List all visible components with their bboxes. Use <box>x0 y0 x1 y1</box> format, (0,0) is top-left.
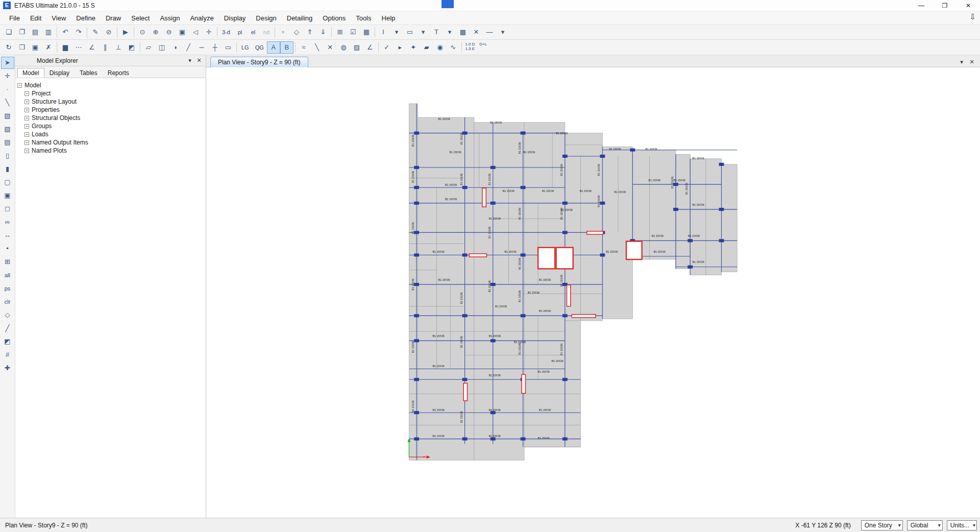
invert-selection-button[interactable]: ◩ <box>1 335 14 348</box>
panel-close-icon[interactable]: ✕ <box>194 57 204 64</box>
slab-panel[interactable] <box>418 117 474 460</box>
three-d-view-button[interactable]: 3-d <box>219 26 233 38</box>
tree-item-structural-objects[interactable]: +Structural Objects <box>17 114 204 122</box>
coordinate-system-select[interactable]: Global ▾ <box>907 520 943 530</box>
angle-button[interactable]: ∠ <box>363 41 377 54</box>
check-model-button[interactable]: ✓ <box>380 41 394 54</box>
local-grid-button[interactable]: LG <box>238 41 252 54</box>
column-marker[interactable] <box>688 239 693 242</box>
wall-opening[interactable] <box>567 285 570 306</box>
select-by-polygon-button[interactable]: ◇ <box>1 309 14 321</box>
menu-design[interactable]: Design <box>251 12 281 24</box>
draw-floor-button[interactable]: ▢ <box>1 176 14 188</box>
slideshow-button[interactable]: ✎ <box>89 26 102 38</box>
wall-opening[interactable] <box>556 248 573 269</box>
divide-frame-button[interactable]: ╱ <box>182 41 195 54</box>
column-marker[interactable] <box>600 155 605 158</box>
draw-links-button[interactable]: ∞ <box>1 216 14 228</box>
column-marker[interactable] <box>521 132 526 135</box>
column-marker[interactable] <box>562 155 568 158</box>
column-marker[interactable] <box>491 283 496 286</box>
draw-dimension-button[interactable]: ↔ <box>1 229 14 241</box>
column-marker[interactable] <box>414 166 419 169</box>
tree-item-loads[interactable]: +Loads <box>17 130 204 138</box>
refresh-view-button[interactable]: ↻ <box>2 41 15 54</box>
column-marker[interactable] <box>673 208 678 211</box>
column-marker[interactable] <box>630 149 635 152</box>
expand-icon[interactable]: + <box>24 140 29 145</box>
tree-item-properties[interactable]: +Properties <box>17 106 204 114</box>
column-marker[interactable] <box>414 378 419 381</box>
tree-item-named-output-items[interactable]: +Named Output Items <box>17 138 204 147</box>
area-section-button[interactable]: ▭ <box>403 26 416 38</box>
column-marker[interactable] <box>562 314 568 317</box>
intersect-button[interactable]: ┼ <box>208 41 222 54</box>
column-marker[interactable] <box>521 314 526 317</box>
undo-button[interactable]: ↶ <box>59 26 72 38</box>
collapse-icon[interactable]: − <box>17 83 22 88</box>
select-by-line-button[interactable]: ╱ <box>1 322 14 334</box>
wall-opening[interactable] <box>538 248 555 269</box>
tab-display[interactable]: Display <box>44 68 75 78</box>
mesh-area-button[interactable]: ▭ <box>222 41 235 54</box>
menu-file[interactable]: File <box>4 12 25 24</box>
merge-joints-button[interactable]: ⋯ <box>72 41 85 54</box>
rubber-band-zoom-button[interactable]: ⊙ <box>136 26 149 38</box>
draw-wall-button[interactable]: ▯ <box>1 150 14 162</box>
move-up-story-button[interactable]: ⇑ <box>303 26 316 38</box>
quick-draw-frame-button[interactable]: ▨ <box>1 110 14 122</box>
redo-button[interactable]: ↷ <box>72 26 85 38</box>
select-all-button[interactable]: all <box>1 269 14 281</box>
wave-display-button[interactable]: ≈ <box>297 41 310 54</box>
hinge-button[interactable]: ◉ <box>433 41 447 54</box>
show-chart-button[interactable]: ▆ <box>59 41 72 54</box>
quick-grid-button[interactable]: QG <box>252 41 267 54</box>
tab-tables[interactable]: Tables <box>75 68 103 78</box>
column-marker[interactable] <box>414 202 419 205</box>
more-tools-dropdown[interactable]: ▾ <box>496 26 509 38</box>
perspective-toggle-button[interactable]: ◇ <box>290 26 303 38</box>
column-marker[interactable] <box>673 183 678 186</box>
tree-item-groups[interactable]: +Groups <box>17 122 204 130</box>
previous-zoom-button[interactable]: ◁ <box>189 26 202 38</box>
spline-button[interactable]: ∿ <box>447 41 460 54</box>
menu-draw[interactable]: Draw <box>101 12 126 24</box>
column-marker[interactable] <box>462 438 468 441</box>
story-mode-select[interactable]: One Story ▾ <box>861 520 903 530</box>
restore-full-view-button[interactable]: ▣ <box>176 26 189 38</box>
wall-opening[interactable] <box>626 241 642 260</box>
column-marker[interactable] <box>562 438 568 441</box>
column-marker[interactable] <box>491 202 496 205</box>
edit-grid-button[interactable]: ⊞ <box>333 26 347 38</box>
menu-define[interactable]: Define <box>71 12 101 24</box>
quick-draw-braces-button[interactable]: ▧ <box>1 123 14 135</box>
column-marker[interactable] <box>491 438 496 441</box>
close-button[interactable]: ✕ <box>957 0 980 11</box>
zoom-out-button[interactable]: ⊖ <box>162 26 176 38</box>
delete-button[interactable]: ✗ <box>42 41 55 54</box>
column-marker[interactable] <box>719 239 724 242</box>
previous-selection-button[interactable]: ps <box>1 282 14 295</box>
copy-button[interactable]: ❒ <box>15 41 29 54</box>
tendon-section-dropdown[interactable]: ▾ <box>443 26 456 38</box>
object-shrink-toggle[interactable]: ▫ <box>277 26 290 38</box>
paste-button[interactable]: ▣ <box>29 41 42 54</box>
hatch-button[interactable]: ▨ <box>350 41 363 54</box>
print-button[interactable]: ▥ <box>42 26 55 38</box>
expand-icon[interactable]: + <box>24 132 29 137</box>
perpendicular-snap-button[interactable]: ⊥ <box>112 41 125 54</box>
column-marker[interactable] <box>462 378 468 381</box>
column-marker[interactable] <box>600 253 605 256</box>
join-frame-button[interactable]: ─ <box>195 41 208 54</box>
column-marker[interactable] <box>562 202 568 205</box>
column-marker[interactable] <box>462 314 468 317</box>
wall-opening[interactable] <box>522 374 525 393</box>
display-options-button[interactable]: ☑ <box>347 26 360 38</box>
expand-icon[interactable]: + <box>24 108 29 112</box>
draw-frame-button[interactable]: ╲ <box>1 96 14 109</box>
view-close-icon[interactable]: ✕ <box>967 57 977 67</box>
menu-assign[interactable]: Assign <box>155 12 185 24</box>
minimize-button[interactable]: — <box>910 0 933 11</box>
plan-view-button[interactable]: pl <box>233 26 247 38</box>
column-marker[interactable] <box>521 438 526 441</box>
